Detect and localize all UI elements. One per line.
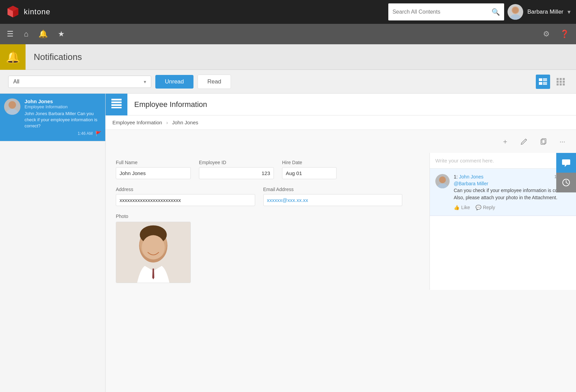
search-input[interactable] <box>392 9 492 15</box>
comment-text: Can you check if your employee informati… <box>454 187 571 201</box>
hire-date-label: Hire Date <box>282 160 337 165</box>
full-name-label: Full Name <box>116 160 191 165</box>
notification-time: 1:46 AM <box>78 131 93 136</box>
filter-dropdown-chevron-icon: ▾ <box>144 79 146 84</box>
svg-rect-18 <box>557 81 559 83</box>
bell-icon[interactable]: 🔔 <box>38 30 48 38</box>
app-list-icon <box>111 99 122 110</box>
user-avatar <box>508 4 523 20</box>
favorites-icon[interactable]: ★ <box>58 30 65 38</box>
app-icon-box <box>106 94 127 115</box>
record-form: Full Name John Jones Employee ID 123 Hir… <box>106 153 430 290</box>
home-icon[interactable]: ⌂ <box>24 30 28 38</box>
form-row-1: Full Name John Jones Employee ID 123 Hir… <box>116 160 402 179</box>
svg-rect-26 <box>111 99 122 100</box>
more-actions-button[interactable]: ··· <box>556 135 569 148</box>
grid-view-button[interactable] <box>554 75 568 89</box>
read-button[interactable]: Read <box>198 75 231 89</box>
svg-rect-15 <box>557 78 559 80</box>
notification-item[interactable]: John Jones Employee Information John Jon… <box>0 94 105 141</box>
list-view-button[interactable] <box>536 75 550 89</box>
comment-panel-button[interactable] <box>556 153 576 173</box>
flag-icon: 🚩 <box>95 131 101 136</box>
top-nav: kintone 🔍 Barbara Miller ▾ <box>0 0 576 24</box>
svg-rect-27 <box>111 101 122 103</box>
svg-point-38 <box>439 176 446 183</box>
svg-rect-17 <box>563 78 565 80</box>
employee-id-value: 123 <box>199 167 274 179</box>
settings-icon[interactable]: ⚙ <box>543 30 550 38</box>
employee-id-field: Employee ID 123 <box>199 160 274 179</box>
copy-icon <box>540 138 547 145</box>
comment-header: 1: John Jones 1:46 AM <box>454 174 571 179</box>
reply-button[interactable]: 💬 Reply <box>476 205 495 210</box>
add-record-button[interactable]: ＋ <box>498 135 512 148</box>
like-icon: 👍 <box>454 205 460 210</box>
svg-rect-29 <box>111 107 122 108</box>
photo-box <box>116 222 191 283</box>
svg-rect-12 <box>543 82 547 83</box>
comment-item: 1: John Jones 1:46 AM @Barbara Miller Ca… <box>430 169 576 216</box>
employee-info-app-icon <box>111 99 122 108</box>
breadcrumb-part-1: Employee Information <box>112 120 162 125</box>
svg-rect-30 <box>541 140 545 144</box>
list-detail-view-icon <box>539 78 547 85</box>
history-panel-button[interactable] <box>556 173 576 192</box>
record-area: Full Name John Jones Employee ID 123 Hir… <box>106 153 576 290</box>
search-area[interactable]: 🔍 <box>388 3 504 20</box>
logo-text: kintone <box>24 7 50 16</box>
svg-rect-28 <box>111 104 122 106</box>
svg-point-39 <box>437 184 448 188</box>
notification-sender-name: John Jones <box>25 98 101 104</box>
filter-dropdown[interactable]: All ▾ <box>8 76 151 88</box>
app-title: Employee Information <box>127 100 207 109</box>
employee-id-label: Employee ID <box>199 160 274 165</box>
grid-view-icon <box>557 78 565 85</box>
svg-rect-19 <box>560 81 562 83</box>
svg-rect-21 <box>557 83 559 85</box>
comment-input-area[interactable]: Write your comment here. <box>430 153 576 169</box>
svg-rect-10 <box>543 80 547 81</box>
edit-record-button[interactable] <box>517 135 531 148</box>
hire-date-field: Hire Date Aug 01 <box>282 160 337 179</box>
like-button[interactable]: 👍 Like <box>454 205 470 210</box>
unread-button[interactable]: Unread <box>155 75 193 89</box>
svg-rect-16 <box>560 78 562 80</box>
comment-body: 1: John Jones 1:46 AM @Barbara Miller Ca… <box>454 174 571 210</box>
svg-point-24 <box>9 101 16 109</box>
user-menu-chevron-icon[interactable]: ▾ <box>567 8 571 16</box>
logo-area: kintone <box>5 4 50 19</box>
breadcrumb: Employee Information › John Jones <box>106 115 576 130</box>
edit-icon <box>520 138 528 145</box>
filter-dropdown-label: All <box>13 79 144 85</box>
notification-app-name: Employee Information <box>25 104 101 109</box>
full-name-value: John Jones <box>116 167 191 179</box>
filter-bar: All ▾ Unread Read <box>0 70 576 94</box>
copy-record-button[interactable] <box>536 135 550 148</box>
svg-rect-20 <box>563 81 565 83</box>
user-area[interactable]: Barbara Miller ▾ <box>508 4 571 20</box>
right-panel: Employee Information Employee Informatio… <box>106 94 576 392</box>
notification-footer: 1:46 AM 🚩 <box>25 131 101 136</box>
search-icon[interactable]: 🔍 <box>492 8 500 16</box>
like-label: Like <box>461 205 470 210</box>
hire-date-value: Aug 01 <box>282 167 337 179</box>
comment-author-link[interactable]: John Jones <box>459 174 484 179</box>
email-value: xxxxxx@xxx.xx.xx <box>263 194 403 206</box>
notification-header: 🔔 Notifications <box>0 44 576 70</box>
svg-rect-9 <box>543 79 547 80</box>
notification-avatar <box>4 98 20 115</box>
help-icon[interactable]: ❓ <box>560 30 569 38</box>
comment-author-avatar <box>435 174 450 188</box>
avatar-image <box>508 4 523 20</box>
comment-panel: Write your comment here. 1: John <box>430 153 576 290</box>
svg-rect-13 <box>543 83 547 84</box>
comment-icon <box>561 158 571 168</box>
svg-rect-8 <box>543 78 547 79</box>
breadcrumb-separator: › <box>166 120 168 125</box>
notification-list: John Jones Employee Information John Jon… <box>0 94 106 392</box>
svg-rect-11 <box>539 82 542 85</box>
hamburger-menu-icon[interactable]: ☰ <box>7 30 14 38</box>
email-label: Email Address <box>263 187 403 192</box>
address-field: Address xxxxxxxxxxxxxxxxxxxxxxxx <box>116 187 255 206</box>
